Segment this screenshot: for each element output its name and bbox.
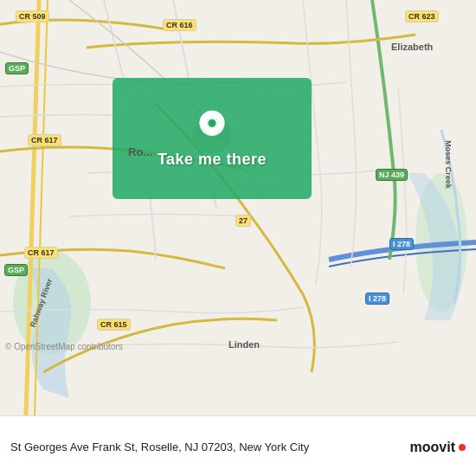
location-overlay: Take me there (113, 78, 312, 199)
address-text: St Georges Ave Frank St, Roselle, NJ 072… (10, 441, 309, 453)
bottom-bar: St Georges Ave Frank St, Roselle, NJ 072… (0, 415, 476, 476)
place-label-moses-creek: Moses Creek (444, 140, 453, 189)
moovit-logo: moovit (410, 440, 466, 455)
map-watermark: © OpenStreetMap contributors (5, 342, 123, 351)
svg-point-6 (208, 119, 215, 126)
address-row: St Georges Ave Frank St, Roselle, NJ 072… (10, 440, 466, 455)
map-svg (0, 0, 476, 415)
moovit-dot (459, 444, 466, 451)
road-badge-27: 27 (235, 215, 251, 227)
svg-rect-0 (0, 0, 476, 415)
place-label-linden: Linden (228, 339, 260, 350)
take-me-there-button[interactable]: Take me there (158, 151, 267, 169)
road-badge-cr615: CR 615 (97, 318, 131, 331)
place-label-ro: Ro... (128, 145, 152, 158)
map-container: Take me there CR 509 CR 616 CR 623 GSP C… (0, 0, 476, 415)
moovit-logo-text: moovit (410, 440, 455, 455)
road-badge-nj439: NJ 439 (376, 169, 408, 181)
road-badge-cr623: CR 623 (405, 10, 439, 23)
road-badge-i278a: I 278 (389, 238, 414, 250)
road-badge-cr617a: CR 617 (28, 134, 61, 146)
road-badge-cr616: CR 616 (163, 19, 196, 31)
place-label-elizabeth: Elizabeth (391, 42, 433, 52)
road-badge-i278b: I 278 (365, 293, 389, 305)
location-pin-icon (195, 109, 229, 144)
road-badge-gsp2: GSP (4, 264, 28, 276)
road-badge-cr617b: CR 617 (24, 247, 58, 259)
road-badge-cr509: CR 509 (16, 10, 49, 23)
road-badge-gsp1: GSP (5, 62, 29, 74)
